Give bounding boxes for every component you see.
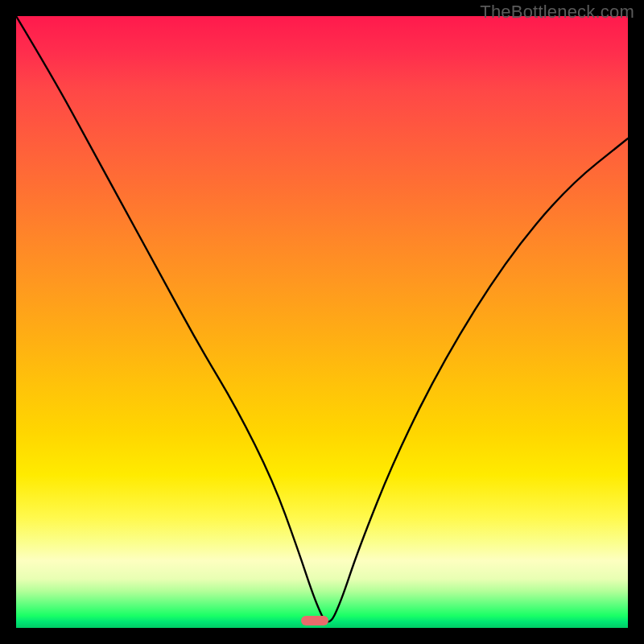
bottleneck-curve <box>16 16 628 628</box>
optimal-marker <box>301 616 328 625</box>
plot-area <box>16 16 628 628</box>
curve-path <box>16 16 628 621</box>
chart-container: TheBottleneck.com <box>0 0 644 644</box>
watermark-text: TheBottleneck.com <box>480 2 634 23</box>
